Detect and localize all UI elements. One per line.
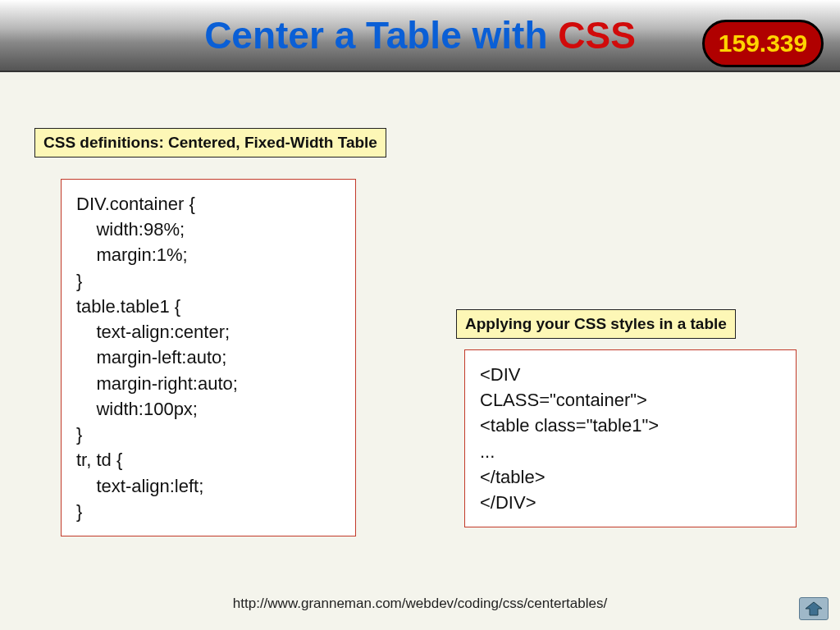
- apply-css-label: Applying your CSS styles in a table: [456, 309, 736, 339]
- svg-marker-0: [806, 602, 822, 615]
- title-bar: Center a Table with CSS 159.339: [0, 0, 840, 72]
- source-url: http://www.granneman.com/webdev/coding/c…: [0, 596, 840, 612]
- home-up-icon: [804, 601, 824, 616]
- slide-content: CSS definitions: Centered, Fixed-Width T…: [0, 72, 840, 630]
- badge-text: 159.339: [719, 30, 807, 57]
- home-nav-button[interactable]: [799, 597, 829, 620]
- css-definitions-label: CSS definitions: Centered, Fixed-Width T…: [34, 128, 386, 158]
- label-text: CSS definitions: Centered, Fixed-Width T…: [43, 134, 377, 151]
- html-code-block: <DIV CLASS="container"> <table class="ta…: [464, 349, 797, 527]
- title-accent: CSS: [558, 14, 636, 57]
- title-main: Center a Table with: [204, 14, 558, 57]
- label-text: Applying your CSS styles in a table: [465, 315, 727, 332]
- page-title: Center a Table with CSS: [204, 13, 636, 57]
- css-code-block: DIV.container { width:98%; margin:1%; } …: [61, 179, 356, 536]
- course-number-badge: 159.339: [702, 20, 824, 67]
